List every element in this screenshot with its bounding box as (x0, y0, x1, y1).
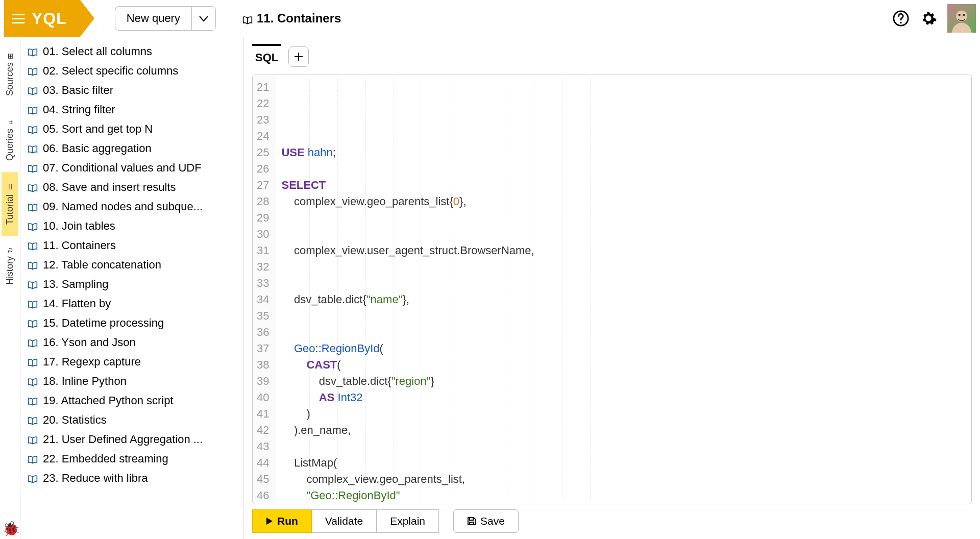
code-line[interactable]: complex_view.geo_parents_list{0},-- get … (281, 193, 608, 210)
book-icon (28, 474, 38, 483)
tutorial-item-label: 18. Inline Python (43, 375, 127, 388)
code-editor[interactable]: 2122232425262728293031323334353637383940… (252, 75, 972, 504)
tutorial-item[interactable]: 23. Reduce with libra (20, 469, 243, 488)
save-button[interactable]: Save (453, 509, 519, 533)
code-line[interactable]: -- from Struct (281, 259, 608, 275)
bug-icon[interactable]: 🐞 (2, 520, 20, 537)
code-line[interactable]: dsv_table.dict{"name"},-- get value by k… (281, 291, 608, 308)
book-icon (28, 338, 38, 347)
tutorial-icon: ▯ (6, 183, 14, 191)
tutorial-item[interactable]: 08. Save and insert results (20, 178, 243, 197)
sources-icon: ⊞ (6, 53, 14, 59)
code-line[interactable] (281, 275, 608, 291)
tutorial-item[interactable]: 03. Basic filter (20, 81, 243, 100)
menu-icon[interactable] (12, 14, 24, 23)
code-line[interactable] (281, 324, 608, 340)
tutorial-item[interactable]: 14. Flatten by (20, 294, 243, 313)
tab-sql[interactable]: SQL (252, 44, 281, 69)
tutorial-item-label: 21. User Defined Aggregation ... (43, 433, 203, 446)
tutorial-item[interactable]: 05. Sort and get top N (20, 119, 243, 139)
tutorial-item-label: 01. Select all columns (43, 45, 152, 58)
tutorial-item[interactable]: 02. Select specific columns (20, 61, 243, 81)
code-line[interactable]: Geo::RegionById(-- call to Geo::RegionBy… (281, 340, 608, 357)
book-icon (28, 183, 38, 192)
code-line[interactable]: "Geo::RegionById"-- https://nda.ya.ru/3R… (281, 487, 608, 504)
code-line[interactable] (281, 128, 608, 144)
history-icon: ↻ (6, 247, 14, 253)
run-label: Run (277, 515, 298, 527)
code-line[interactable]: complex_view.user_agent_struct.BrowserNa… (281, 242, 608, 259)
save-label: Save (480, 515, 505, 527)
svg-point-1 (900, 22, 901, 23)
svg-point-3 (959, 14, 961, 16)
code-line[interactable]: ).en_name, (281, 422, 608, 438)
tutorial-item[interactable]: 04. String filter (20, 100, 243, 119)
tutorial-item[interactable]: 15. Datetime processing (20, 313, 243, 333)
tutorial-item[interactable]: 01. Select all columns (20, 42, 243, 61)
tutorial-item[interactable]: 17. Regexp capture (20, 352, 243, 372)
explain-button[interactable]: Explain (377, 509, 439, 533)
book-icon (242, 14, 253, 23)
tutorial-item[interactable]: 20. Statistics (20, 410, 243, 430)
header: YQL New query 11. Containers (0, 0, 980, 37)
tutorial-item[interactable]: 13. Sampling (20, 275, 243, 294)
tutorial-item[interactable]: 06. Basic aggregation (20, 139, 243, 158)
logo[interactable]: YQL (4, 0, 80, 37)
tutorial-item-label: 11. Containers (43, 239, 116, 252)
save-icon (467, 517, 476, 526)
tutorial-item-label: 08. Save and insert results (43, 181, 176, 194)
code-line[interactable]: complex_view.geo_parents_list,-- to each… (281, 471, 608, 487)
code-line[interactable]: dsv_table.dict{"region"}-- then we acces… (281, 373, 608, 389)
rail-tab-tutorial[interactable]: Tutorial▯ (2, 172, 18, 236)
tutorial-item[interactable]: 18. Inline Python (20, 372, 243, 391)
tutorial-item-label: 04. String filter (43, 103, 115, 116)
breadcrumb: 11. Containers (242, 11, 341, 26)
rail-tab-queries[interactable]: Queries⌗ (2, 107, 18, 172)
book-icon (28, 454, 38, 463)
run-button[interactable]: Run (252, 509, 312, 533)
code-line[interactable]: USE hahn; (281, 144, 608, 161)
gutter: 2122232425262728293031323334353637383940… (253, 75, 276, 504)
code-line[interactable]: -- from List (281, 210, 608, 226)
tutorial-item[interactable]: 10. Join tables (20, 216, 243, 236)
avatar[interactable] (947, 4, 976, 33)
code-line[interactable]: -- from Dict (281, 308, 608, 324)
rail-tab-label: Tutorial (5, 194, 15, 225)
rail-tab-label: Sources (5, 62, 15, 96)
code-line[interactable] (281, 161, 608, 177)
breadcrumb-text: 11. Containers (257, 11, 341, 26)
new-query-caret[interactable] (191, 6, 216, 31)
tutorial-item[interactable]: 21. User Defined Aggregation ... (20, 430, 243, 449)
rail-tab-history[interactable]: History↻ (2, 236, 18, 296)
tutorial-item[interactable]: 09. Named nodes and subque... (20, 197, 243, 216)
tutorial-item[interactable]: 16. Yson and Json (20, 333, 243, 352)
code-line[interactable] (281, 226, 608, 242)
code-line[interactable]: CAST(-- returns Struct (281, 357, 608, 373)
rail-tab-label: History (5, 256, 15, 285)
tutorial-list[interactable]: 01. Select all columns02. Select specifi… (20, 37, 244, 539)
help-icon[interactable] (892, 10, 910, 27)
rail-tab-sources[interactable]: Sources⊞ (2, 42, 18, 107)
rail-tab-label: Queries (5, 129, 15, 161)
tutorial-item[interactable]: 19. Attached Python script (20, 391, 243, 410)
book-icon (28, 377, 38, 386)
code-line[interactable]: SELECT (281, 177, 608, 193)
book-icon (28, 280, 38, 289)
tutorial-item[interactable]: 22. Embedded streaming (20, 449, 243, 469)
add-tab-button[interactable] (288, 46, 309, 67)
code-line[interactable] (281, 438, 608, 455)
code-line[interactable]: AS Int32-- it's en_name member (281, 389, 608, 406)
logo-text: YQL (32, 9, 67, 28)
gear-icon[interactable] (920, 10, 937, 27)
logo-arrow (80, 0, 94, 37)
tutorial-item-label: 16. Yson and Json (43, 336, 136, 349)
code-area[interactable]: USE hahn;SELECT complex_view.geo_parents… (276, 75, 608, 504)
tutorial-item-label: 12. Table concatenation (43, 258, 161, 272)
code-line[interactable]: ) (281, 406, 608, 422)
tutorial-item[interactable]: 12. Table concatenation (20, 255, 243, 275)
validate-button[interactable]: Validate (312, 509, 377, 533)
tutorial-item[interactable]: 07. Conditional values and UDF (20, 158, 243, 178)
code-line[interactable]: ListMap(-- applies Geo::RegionById (281, 455, 608, 471)
new-query-button[interactable]: New query (115, 6, 191, 31)
tutorial-item[interactable]: 11. Containers (20, 236, 243, 255)
